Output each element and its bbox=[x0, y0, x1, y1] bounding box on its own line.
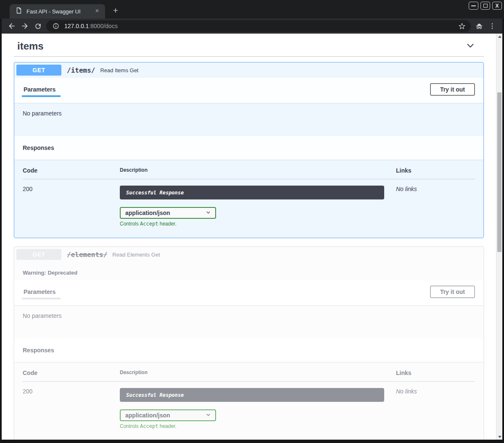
response-description-box: Successful Response bbox=[120, 388, 384, 402]
url-text[interactable]: 127.0.0.1:8000/docs bbox=[64, 23, 454, 29]
response-row: 200 Successful Response application/json… bbox=[23, 382, 475, 429]
media-type-value: application/json bbox=[125, 210, 170, 216]
accept-header-note: Controls Accept header. bbox=[120, 423, 396, 429]
maximize-icon bbox=[483, 4, 488, 8]
triangle-up-icon bbox=[498, 36, 501, 38]
tag-divider bbox=[14, 56, 484, 57]
bookmark-star-icon[interactable] bbox=[457, 21, 467, 31]
parameters-label: Parameters bbox=[24, 288, 55, 295]
scrollbar-up-arrow[interactable] bbox=[496, 34, 502, 39]
new-tab-button[interactable]: + bbox=[110, 5, 121, 16]
scrollbar[interactable] bbox=[496, 34, 502, 440]
page-favicon-icon bbox=[16, 7, 22, 16]
opblock-get-items: GET /items/ Read Items Get Parameters Tr… bbox=[14, 62, 484, 238]
column-header-code: Code bbox=[23, 370, 120, 376]
operation-path: /elements/ bbox=[67, 251, 107, 259]
media-type-select[interactable]: application/json bbox=[120, 409, 216, 421]
url-path: :8000/docs bbox=[89, 23, 118, 29]
response-description-cell: Successful Response application/json Con… bbox=[120, 186, 396, 227]
http-method-badge: GET bbox=[16, 65, 61, 76]
response-row: 200 Successful Response application/json… bbox=[23, 179, 475, 227]
column-header-links: Links bbox=[396, 167, 475, 174]
accept-header-note: Controls Accept header. bbox=[120, 221, 396, 227]
responses-title: Responses bbox=[23, 144, 54, 151]
swagger-ui: items GET /items/ Read Items Get Paramet… bbox=[2, 34, 502, 440]
response-description-cell: Successful Response application/json Con… bbox=[120, 388, 396, 429]
tab-parameters[interactable]: Parameters bbox=[23, 288, 56, 295]
site-info-icon[interactable] bbox=[51, 21, 61, 31]
url-host: 127.0.0.1 bbox=[64, 23, 89, 29]
deprecated-warning: Warning: Deprecated bbox=[14, 262, 483, 280]
chevron-down-icon[interactable] bbox=[465, 40, 475, 52]
operation-summary[interactable]: GET /elements/ Read Elements Get bbox=[14, 247, 483, 262]
column-header-code: Code bbox=[23, 167, 120, 174]
minimize-button[interactable] bbox=[469, 2, 478, 10]
browser-menu-kebab-icon[interactable] bbox=[488, 21, 497, 31]
responses-table: Code Description Links 200 Successful Re… bbox=[14, 160, 483, 238]
no-parameters-text: No parameters bbox=[23, 312, 62, 319]
try-it-out-button[interactable]: Try it out bbox=[430, 83, 475, 96]
responses-section-header: Responses bbox=[14, 338, 483, 362]
close-icon: X bbox=[495, 3, 499, 8]
responses-section-header: Responses bbox=[14, 136, 483, 160]
back-icon[interactable] bbox=[7, 21, 16, 31]
response-code: 200 bbox=[23, 388, 120, 429]
responses-table-header: Code Description Links bbox=[23, 167, 475, 179]
parameters-body: No parameters bbox=[14, 305, 483, 338]
maximize-button[interactable] bbox=[480, 2, 490, 10]
operation-description: Read Items Get bbox=[100, 67, 138, 73]
response-code: 200 bbox=[23, 186, 120, 227]
parameters-body: No parameters bbox=[14, 103, 483, 136]
operation-path: /items/ bbox=[67, 66, 95, 74]
page-viewport: items GET /items/ Read Items Get Paramet… bbox=[2, 34, 502, 440]
column-header-description: Description bbox=[120, 167, 396, 174]
response-links: No links bbox=[396, 388, 475, 429]
incognito-icon bbox=[475, 21, 484, 31]
tab-title: Fast API - Swagger UI bbox=[26, 8, 89, 15]
http-method-badge: GET bbox=[16, 249, 61, 260]
close-button[interactable]: X bbox=[492, 2, 502, 10]
parameters-label: Parameters bbox=[24, 86, 55, 93]
try-it-out-button[interactable]: Try it out bbox=[430, 286, 475, 298]
forward-icon[interactable] bbox=[20, 21, 29, 31]
scrollbar-down-arrow[interactable] bbox=[496, 434, 502, 440]
parameters-section-header: Parameters Try it out bbox=[14, 280, 483, 305]
url-bar[interactable]: 127.0.0.1:8000/docs bbox=[46, 20, 471, 32]
select-chevron-down-icon bbox=[206, 210, 211, 216]
tab-parameters[interactable]: Parameters bbox=[23, 86, 56, 93]
browser-tab[interactable]: Fast API - Swagger UI × bbox=[10, 4, 105, 18]
tab-close-icon[interactable]: × bbox=[93, 8, 101, 15]
scrollbar-thumb[interactable] bbox=[497, 92, 501, 252]
select-chevron-down-icon bbox=[206, 412, 211, 419]
reload-icon[interactable] bbox=[33, 21, 42, 31]
response-description-box: Successful Response bbox=[120, 186, 384, 199]
browser-titlebar: Fast API - Swagger UI × + X bbox=[0, 0, 504, 18]
browser-window: Fast API - Swagger UI × + X 127.0.0.1:80… bbox=[0, 0, 504, 443]
parameters-section-header: Parameters Try it out bbox=[14, 78, 483, 103]
responses-table: Code Description Links 200 Successful Re… bbox=[14, 362, 483, 440]
no-parameters-text: No parameters bbox=[23, 110, 62, 117]
response-links: No links bbox=[396, 186, 475, 227]
opblock-get-elements-deprecated: GET /elements/ Read Elements Get Warning… bbox=[14, 246, 484, 440]
column-header-description: Description bbox=[120, 370, 396, 376]
browser-navbar: 127.0.0.1:8000/docs bbox=[2, 18, 502, 34]
operation-summary[interactable]: GET /items/ Read Items Get bbox=[14, 63, 483, 78]
minimize-icon bbox=[471, 5, 476, 6]
window-controls: X bbox=[469, 2, 502, 10]
media-type-select[interactable]: application/json bbox=[120, 207, 216, 219]
media-type-value: application/json bbox=[125, 412, 170, 419]
responses-table-header: Code Description Links bbox=[23, 370, 475, 382]
responses-title: Responses bbox=[23, 347, 54, 354]
triangle-down-icon bbox=[498, 436, 501, 438]
tag-section-header[interactable]: items bbox=[14, 37, 484, 56]
column-header-links: Links bbox=[396, 370, 475, 376]
operation-description: Read Elements Get bbox=[112, 252, 160, 258]
tag-title: items bbox=[17, 40, 44, 52]
